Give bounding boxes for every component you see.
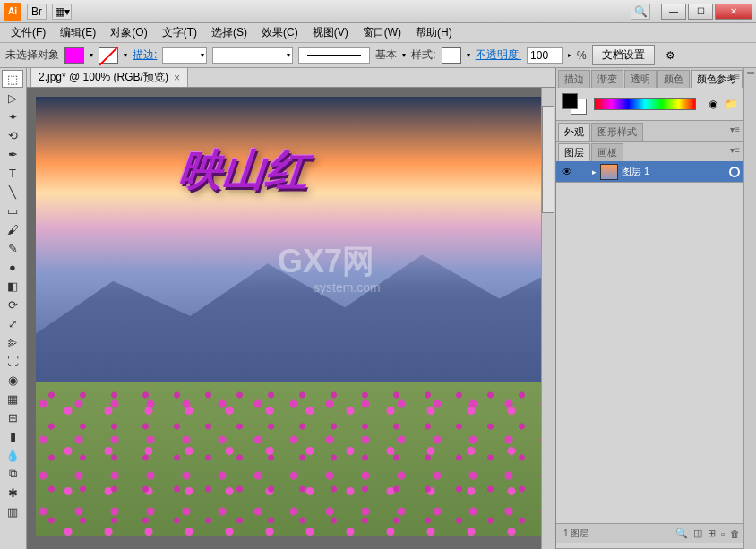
scale-tool[interactable]: ⤢ — [2, 314, 23, 332]
perspective-tool[interactable]: ▦ — [2, 390, 23, 407]
tab-gradient[interactable]: 渐变 — [591, 70, 623, 88]
panel-menu-icon[interactable]: ▾≡ — [730, 145, 740, 155]
color-spectrum[interactable] — [594, 98, 696, 110]
document-tab-title: 2.jpg* @ 100% (RGB/预览) — [39, 70, 168, 85]
preferences-icon[interactable]: ⚙ — [666, 49, 675, 62]
tab-graphic-styles[interactable]: 图形样式 — [591, 123, 643, 141]
toolbox: ⬚ ▷ ✦ ⟲ ✒ T ╲ ▭ 🖌 ✎ ● ◧ ⟳ ⤢ ⫸ ⛶ ◉ ▦ ⊞ ▮ … — [0, 68, 27, 549]
mesh-tool[interactable]: ⊞ — [2, 408, 23, 426]
paintbrush-tool[interactable]: 🖌 — [2, 220, 23, 238]
type-tool[interactable]: T — [2, 164, 23, 182]
blob-brush-tool[interactable]: ● — [2, 258, 23, 276]
fill-dropdown-icon[interactable]: ▾ — [90, 51, 93, 59]
panel-dock[interactable] — [743, 68, 756, 549]
placed-image: 映山红 GX7网 system.com — [36, 97, 551, 536]
color-wheel-icon[interactable]: ◉ — [709, 98, 717, 110]
fill-swatch[interactable] — [64, 47, 84, 64]
fg-color-swatch[interactable] — [562, 93, 578, 109]
eraser-tool[interactable]: ◧ — [2, 277, 23, 295]
canvas-area: 2.jpg* @ 100% (RGB/预览) × 映山红 GX7网 system… — [27, 68, 555, 549]
menu-help[interactable]: 帮助(H) — [408, 23, 460, 42]
search-icon[interactable]: 🔍 — [631, 4, 650, 20]
rectangle-tool[interactable]: ▭ — [2, 202, 23, 219]
panels-area: 描边 渐变 透明 颜色 颜色参考 ▾≡ ◉ — [555, 68, 743, 549]
direct-selection-tool[interactable]: ▷ — [2, 89, 23, 107]
brush-definition[interactable] — [298, 47, 370, 64]
lasso-tool[interactable]: ⟲ — [2, 126, 23, 144]
menu-view[interactable]: 视图(V) — [305, 23, 356, 42]
width-tool[interactable]: ⫸ — [2, 333, 23, 351]
menu-object[interactable]: 对象(O) — [103, 23, 154, 42]
style-dropdown-icon[interactable]: ▾ — [467, 51, 470, 59]
stroke-weight-input[interactable] — [162, 47, 207, 64]
stroke-label[interactable]: 描边: — [133, 47, 157, 63]
gradient-tool[interactable]: ▮ — [2, 427, 23, 445]
scrollbar-thumb[interactable] — [542, 106, 554, 213]
menu-select[interactable]: 选择(S) — [204, 23, 254, 42]
artwork-text: 映山红 — [176, 142, 311, 199]
opacity-input[interactable] — [527, 47, 563, 64]
selection-status: 未选择对象 — [5, 47, 59, 63]
style-label: 样式: — [411, 47, 435, 63]
canvas-viewport[interactable]: 映山红 GX7网 system.com — [27, 88, 555, 549]
new-sublayer-icon[interactable]: ⊞ — [708, 528, 716, 539]
dock-grip-icon[interactable] — [747, 72, 754, 74]
menu-type[interactable]: 文字(T) — [155, 23, 204, 42]
close-button[interactable]: ✕ — [715, 4, 752, 20]
stroke-swatch[interactable] — [99, 47, 118, 64]
clipping-mask-icon[interactable]: ◫ — [693, 528, 702, 539]
pencil-tool[interactable]: ✎ — [2, 239, 23, 257]
pen-tool[interactable]: ✒ — [2, 145, 23, 163]
menu-effect[interactable]: 效果(C) — [254, 23, 305, 42]
opacity-label[interactable]: 不透明度: — [476, 47, 521, 63]
brush-label: 基本 — [375, 47, 397, 63]
stroke-dropdown-icon[interactable]: ▾ — [124, 51, 127, 59]
opacity-slider-icon[interactable]: ▸ — [568, 51, 571, 59]
menu-window[interactable]: 窗口(W) — [356, 23, 408, 42]
panel-menu-icon[interactable]: ▾≡ — [730, 124, 740, 134]
eyedropper-tool[interactable]: 💧 — [2, 446, 23, 464]
close-tab-icon[interactable]: × — [174, 72, 180, 84]
tab-appearance[interactable]: 外观 — [558, 123, 590, 141]
selection-tool[interactable]: ⬚ — [2, 70, 23, 88]
tab-color[interactable]: 颜色 — [657, 70, 690, 88]
shape-builder-tool[interactable]: ◉ — [2, 371, 23, 389]
layer-name[interactable]: 图层 1 — [622, 165, 726, 178]
symbol-sprayer-tool[interactable]: ✱ — [2, 484, 23, 502]
tab-stroke[interactable]: 描边 — [558, 70, 590, 88]
arrange-icon[interactable]: ▦▾ — [52, 4, 72, 20]
layer-row[interactable]: 👁 ▸ 图层 1 — [556, 161, 743, 183]
brush-dropdown-icon[interactable]: ▾ — [402, 51, 406, 59]
menu-edit[interactable]: 编辑(E) — [53, 23, 103, 42]
rotate-tool[interactable]: ⟳ — [2, 296, 23, 313]
locate-object-icon[interactable]: 🔍 — [675, 528, 688, 539]
blend-tool[interactable]: ⧉ — [2, 465, 23, 483]
color-fg-bg[interactable] — [562, 93, 587, 115]
layer-count: 1 图层 — [563, 528, 588, 540]
style-swatch[interactable] — [442, 47, 461, 64]
tab-transparency[interactable]: 透明 — [624, 70, 657, 88]
maximize-button[interactable]: ☐ — [688, 4, 713, 20]
document-setup-button[interactable]: 文档设置 — [592, 45, 655, 65]
visibility-toggle-icon[interactable]: 👁 — [560, 165, 574, 179]
delete-layer-icon[interactable]: 🗑 — [730, 528, 740, 539]
layer-target-icon[interactable] — [729, 167, 740, 177]
tab-layers[interactable]: 图层 — [558, 143, 590, 161]
menu-file[interactable]: 文件(F) — [4, 23, 53, 42]
variable-width-profile[interactable] — [212, 47, 293, 64]
artboard[interactable]: 映山红 GX7网 system.com — [36, 97, 551, 536]
free-transform-tool[interactable]: ⛶ — [2, 352, 23, 370]
layer-thumbnail — [600, 164, 618, 180]
expand-layer-icon[interactable]: ▸ — [592, 167, 597, 176]
line-tool[interactable]: ╲ — [2, 183, 23, 201]
bridge-icon[interactable]: Br — [27, 4, 47, 20]
panel-menu-icon[interactable]: ▾≡ — [730, 72, 740, 81]
graph-tool[interactable]: ▥ — [2, 502, 23, 520]
vertical-scrollbar[interactable] — [541, 88, 555, 549]
new-group-icon[interactable]: 📁 — [725, 98, 738, 110]
new-layer-icon[interactable]: ▫ — [721, 528, 725, 539]
tab-artboards[interactable]: 画板 — [591, 143, 623, 161]
document-tab[interactable]: 2.jpg* @ 100% (RGB/预览) × — [30, 67, 188, 87]
minimize-button[interactable]: — — [661, 4, 686, 20]
magic-wand-tool[interactable]: ✦ — [2, 107, 23, 125]
